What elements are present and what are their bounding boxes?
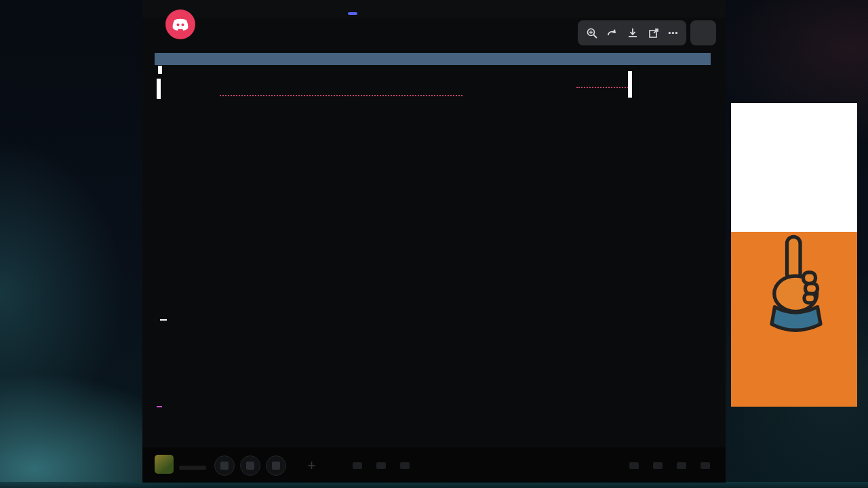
stream-thumbnail[interactable] xyxy=(155,455,174,474)
fox-system-title xyxy=(160,319,167,321)
discord-logo-glyph xyxy=(172,18,189,31)
mic-icon xyxy=(220,462,229,470)
discord-icon xyxy=(165,9,195,39)
qr-code-panel xyxy=(731,103,857,232)
screen: { "branding": { "logo_top": "SOOTHING", … xyxy=(0,0,868,488)
discord-notification[interactable] xyxy=(161,5,446,47)
zoom-in-icon[interactable] xyxy=(586,27,598,39)
download-icon[interactable] xyxy=(627,27,639,39)
more-options-icon[interactable]: ⋯ xyxy=(668,27,678,39)
discord-channel-banner[interactable] xyxy=(731,232,857,407)
dim-icon-6[interactable] xyxy=(677,462,686,469)
dotted-leader-line2 xyxy=(576,87,631,88)
screenshare-icon xyxy=(272,462,280,470)
exit-signal-label xyxy=(157,79,161,100)
camera-icon xyxy=(246,462,254,470)
dim-icon-7[interactable] xyxy=(701,462,710,469)
dotted-leader-line xyxy=(220,95,462,96)
app-badge xyxy=(348,12,357,15)
stream-close-button[interactable] xyxy=(690,20,716,45)
safety-pane-label xyxy=(157,406,162,407)
chart-header-line xyxy=(158,66,162,74)
video-bottom-strip xyxy=(0,482,868,488)
pop-out-icon[interactable] xyxy=(648,27,660,39)
dim-icon-1[interactable] xyxy=(353,462,362,469)
pointing-hand-icon xyxy=(743,232,845,340)
stream-overlay-toolbar: ⋯ xyxy=(578,20,686,45)
chart-window xyxy=(155,53,711,446)
discord-call-taskbar: + xyxy=(142,447,726,483)
dim-icon-3[interactable] xyxy=(400,462,410,469)
count-label xyxy=(628,71,632,98)
dim-icon-5[interactable] xyxy=(653,462,663,469)
add-icon[interactable]: + xyxy=(307,457,316,474)
chart-canvas[interactable] xyxy=(155,65,711,446)
qr-code xyxy=(743,117,845,218)
stream-subtitle-placeholder xyxy=(179,466,206,470)
chart-tab-bar xyxy=(155,53,711,65)
dim-icon-2[interactable] xyxy=(376,462,386,469)
dim-icon-4[interactable] xyxy=(629,462,639,469)
redo-icon[interactable] xyxy=(606,27,618,39)
